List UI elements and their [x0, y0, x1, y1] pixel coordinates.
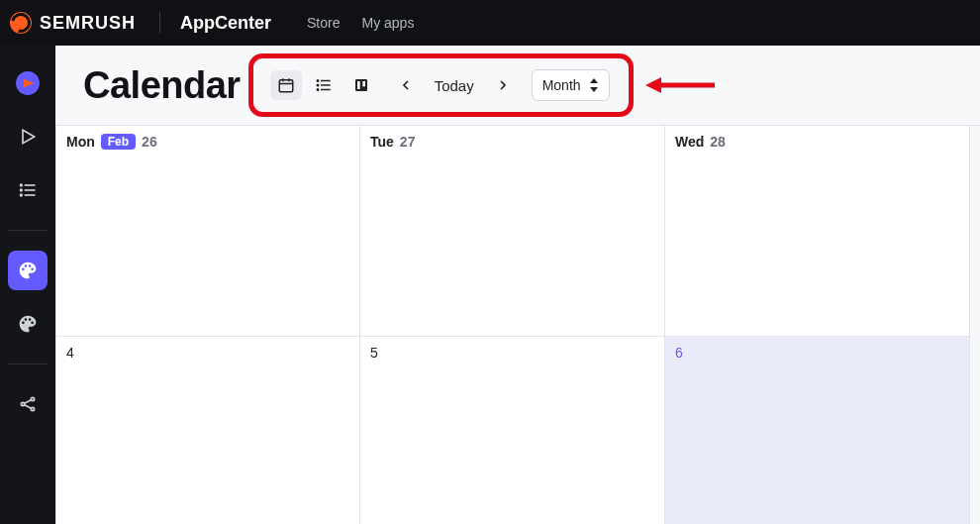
svg-marker-1	[23, 130, 35, 143]
svg-rect-24	[357, 81, 360, 89]
date-header: Mon Feb 26	[66, 134, 349, 150]
range-select-label: Month	[542, 77, 581, 93]
calendar-grid: Mon Feb 26 Tue 27 Wed 28	[55, 125, 980, 524]
day-of-week: Mon	[66, 134, 95, 150]
day-number: 28	[710, 134, 726, 150]
day-number: 26	[142, 134, 157, 150]
share-nodes-icon	[18, 394, 38, 414]
calendar-toolbar-wrap: Today Month	[256, 63, 624, 107]
date-header: Tue 27	[370, 134, 654, 150]
calendar-toolbar: Today Month	[256, 63, 624, 107]
calendar-icon	[277, 76, 295, 94]
svg-point-21	[317, 84, 319, 86]
sidebar-divider-2	[8, 364, 48, 365]
view-calendar-button[interactable]	[270, 70, 302, 100]
calendar-row: Mon Feb 26 Tue 27 Wed 28	[55, 126, 980, 337]
board-icon	[353, 77, 369, 93]
brand[interactable]: SEMRUSH	[10, 12, 136, 34]
brand-logo-icon	[10, 12, 32, 34]
play-icon	[18, 127, 38, 147]
day-number: 6	[675, 345, 683, 361]
svg-rect-25	[362, 81, 365, 86]
date-header: 5	[370, 345, 654, 361]
sidebar-item-list[interactable]	[8, 170, 48, 210]
svg-rect-13	[279, 80, 293, 92]
day-number: 27	[400, 134, 416, 150]
range-select[interactable]: Month	[532, 69, 610, 101]
day-number: 5	[370, 345, 378, 361]
svg-point-8	[21, 402, 24, 405]
page-title: Calendar	[83, 64, 241, 107]
brand-separator	[159, 12, 160, 34]
sidebar-divider	[8, 230, 48, 231]
svg-point-7	[21, 194, 23, 196]
day-of-week: Tue	[370, 134, 394, 150]
brand-name: SEMRUSH	[40, 13, 136, 34]
calendar-cell[interactable]: Wed 28	[665, 126, 970, 337]
sidebar	[0, 46, 55, 524]
view-board-button[interactable]	[345, 70, 377, 100]
svg-line-11	[25, 400, 32, 404]
svg-point-5	[21, 184, 23, 186]
sidebar-item-share[interactable]	[8, 384, 48, 424]
calendar-cell-today[interactable]: 6	[665, 337, 970, 524]
view-switch	[270, 70, 377, 100]
nav-my-apps[interactable]: My apps	[362, 15, 415, 31]
sort-icon	[589, 78, 599, 92]
svg-point-9	[31, 397, 34, 400]
chevron-right-icon	[495, 77, 511, 93]
svg-marker-26	[590, 78, 598, 83]
page-header: Calendar	[55, 46, 980, 113]
day-of-week: Wed	[675, 134, 704, 150]
palette-icon	[18, 261, 38, 280]
today-button[interactable]: Today	[427, 70, 482, 100]
annotation-arrow	[645, 74, 715, 96]
month-badge: Feb	[101, 134, 136, 150]
sidebar-item-style-inactive[interactable]	[8, 304, 48, 344]
calendar-cell[interactable]: Mon Feb 26	[55, 126, 360, 337]
chevron-left-icon	[398, 77, 414, 93]
day-number: 4	[66, 345, 74, 361]
svg-marker-27	[590, 87, 598, 92]
date-nav: Today	[391, 70, 518, 100]
page: Calendar	[55, 46, 980, 524]
topbar: SEMRUSH AppCenter Store My apps	[0, 0, 980, 46]
view-list-button[interactable]	[308, 70, 340, 100]
appcenter-label[interactable]: AppCenter	[180, 13, 271, 34]
sidebar-item-play[interactable]	[8, 117, 48, 157]
calendar-row: 4 5 6	[55, 337, 980, 524]
svg-rect-23	[355, 79, 367, 91]
palette-outline-icon	[18, 314, 38, 334]
prev-button[interactable]	[391, 70, 421, 100]
sidebar-app-logo[interactable]	[8, 63, 48, 103]
calendar-cell[interactable]: 4	[55, 337, 360, 524]
date-header: 4	[66, 345, 349, 361]
nav-store[interactable]: Store	[307, 15, 340, 31]
calendar-cell[interactable]: Tue 27	[360, 126, 665, 337]
svg-point-6	[21, 189, 23, 191]
top-nav: Store My apps	[307, 15, 414, 31]
list-view-icon	[315, 76, 333, 94]
svg-line-12	[25, 405, 32, 409]
svg-point-20	[317, 80, 319, 82]
svg-point-10	[31, 407, 34, 410]
list-icon	[18, 180, 38, 200]
calendar-cell[interactable]: 5	[360, 337, 665, 524]
next-button[interactable]	[488, 70, 518, 100]
date-header: 6	[675, 345, 959, 361]
app-logo-icon	[15, 70, 41, 96]
date-header: Wed 28	[675, 134, 959, 150]
sidebar-item-style-active[interactable]	[8, 251, 48, 290]
svg-point-22	[317, 89, 319, 91]
svg-marker-29	[645, 77, 661, 93]
